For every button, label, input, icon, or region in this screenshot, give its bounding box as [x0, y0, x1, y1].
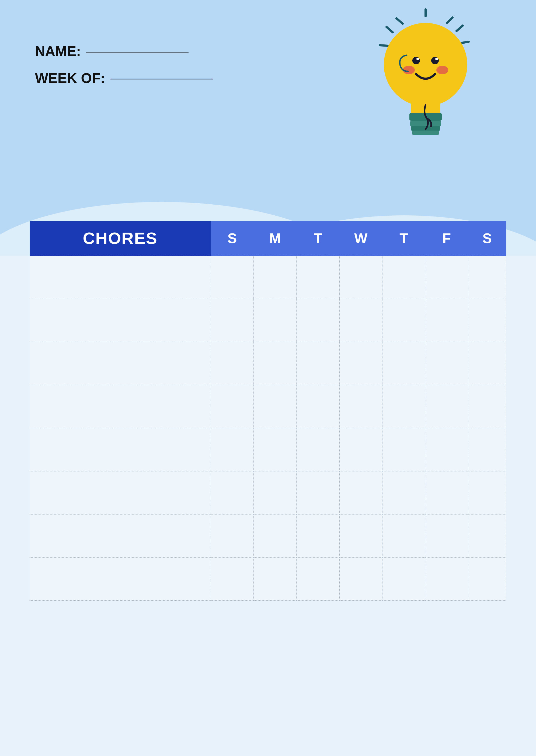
svg-line-9	[456, 26, 463, 31]
svg-rect-13	[410, 121, 441, 127]
table-row	[30, 342, 506, 385]
day-cell	[297, 342, 339, 385]
svg-line-5	[460, 42, 469, 43]
day-cell	[425, 342, 468, 385]
day-cell	[339, 557, 382, 600]
day-cell	[297, 471, 339, 514]
day-cell	[425, 385, 468, 428]
day-header-1: M	[254, 221, 297, 256]
svg-point-16	[412, 57, 420, 64]
day-cell	[211, 428, 253, 471]
day-cell	[468, 428, 506, 471]
day-cell	[254, 471, 297, 514]
chores-table-section: CHORES S M T W T F S	[30, 221, 506, 601]
day-cell	[211, 514, 253, 557]
chore-cell	[30, 342, 211, 385]
table-row	[30, 514, 506, 557]
table-row	[30, 385, 506, 428]
day-cell	[425, 428, 468, 471]
chore-cell	[30, 299, 211, 342]
chores-column-header: CHORES	[30, 221, 211, 256]
day-header-3: W	[339, 221, 382, 256]
table-row	[30, 557, 506, 600]
day-cell	[468, 514, 506, 557]
name-underline	[86, 50, 188, 52]
day-cell	[425, 471, 468, 514]
chores-table: CHORES S M T W T F S	[30, 221, 506, 601]
day-cell	[468, 299, 506, 342]
day-cell	[382, 256, 425, 299]
day-cell	[211, 557, 253, 600]
week-underline	[111, 77, 213, 79]
lightbulb-illustration	[369, 8, 482, 143]
day-cell	[382, 514, 425, 557]
svg-line-6	[396, 18, 403, 24]
day-cell	[425, 514, 468, 557]
week-field-row: WEEK OF:	[35, 70, 213, 86]
day-cell	[425, 557, 468, 600]
day-cell	[254, 256, 297, 299]
form-fields: NAME: WEEK OF:	[35, 43, 213, 97]
chore-cell	[30, 514, 211, 557]
day-cell	[382, 557, 425, 600]
day-cell	[254, 342, 297, 385]
day-cell	[254, 557, 297, 600]
svg-point-20	[403, 66, 415, 74]
chore-cell	[30, 385, 211, 428]
svg-point-21	[436, 66, 448, 74]
lightbulb-svg	[369, 8, 482, 148]
name-field-row: NAME:	[35, 43, 213, 59]
day-cell	[382, 385, 425, 428]
day-cell	[211, 385, 253, 428]
day-cell	[211, 299, 253, 342]
day-cell	[468, 342, 506, 385]
table-row	[30, 256, 506, 299]
day-header-2: T	[297, 221, 339, 256]
day-cell	[339, 299, 382, 342]
chore-cell	[30, 471, 211, 514]
day-cell	[254, 299, 297, 342]
svg-line-7	[380, 45, 388, 46]
day-cell	[297, 514, 339, 557]
day-cell	[382, 428, 425, 471]
day-header-6: S	[468, 221, 506, 256]
day-cell	[211, 342, 253, 385]
svg-point-18	[417, 58, 419, 60]
table-row	[30, 299, 506, 342]
svg-line-4	[447, 17, 452, 23]
day-cell	[254, 428, 297, 471]
day-cell	[339, 428, 382, 471]
day-header-0: S	[211, 221, 253, 256]
day-cell	[254, 514, 297, 557]
table-row	[30, 428, 506, 471]
day-cell	[297, 256, 339, 299]
day-header-5: F	[425, 221, 468, 256]
day-cell	[339, 471, 382, 514]
day-cell	[468, 557, 506, 600]
day-cell	[297, 299, 339, 342]
day-cell	[254, 385, 297, 428]
day-cell	[425, 299, 468, 342]
day-cell	[468, 256, 506, 299]
day-cell	[339, 342, 382, 385]
day-cell	[297, 557, 339, 600]
day-cell	[382, 471, 425, 514]
name-label: NAME:	[35, 43, 81, 59]
day-cell	[468, 471, 506, 514]
chore-cell	[30, 256, 211, 299]
day-cell	[339, 385, 382, 428]
day-cell	[211, 471, 253, 514]
chore-cell	[30, 428, 211, 471]
day-cell	[382, 299, 425, 342]
table-header-row: CHORES S M T W T F S	[30, 221, 506, 256]
chore-cell	[30, 557, 211, 600]
svg-rect-15	[412, 131, 439, 135]
header-area: NAME: WEEK OF:	[0, 0, 536, 256]
svg-point-17	[431, 57, 439, 64]
day-header-4: T	[382, 221, 425, 256]
svg-point-19	[435, 58, 438, 60]
week-label: WEEK OF:	[35, 70, 105, 86]
day-cell	[297, 428, 339, 471]
day-cell	[425, 256, 468, 299]
svg-point-10	[384, 23, 467, 106]
